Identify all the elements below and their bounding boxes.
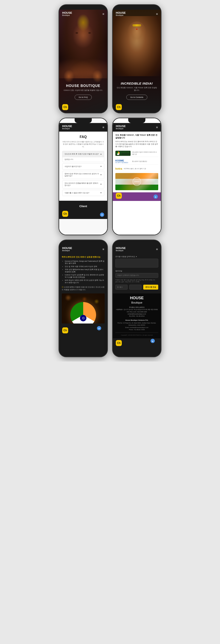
submit-button[interactable]: 문의사항 전송	[143, 285, 158, 290]
phone-5: HOUSE Boutique ≡ 하우스부띠끄의 인도 파트너 상표권 변호사는…	[58, 240, 108, 357]
menu-icon-4[interactable]: ≡	[156, 126, 158, 129]
faq-item-3: 정부수요로 무엇이 있나 CDSCO 로 승인이 가능한가요? ▼	[62, 171, 104, 179]
patent-item-4: 5,000건 이상의 상표등록 및 인도 현대에서의 심판청약 거소를 처리한 …	[65, 274, 105, 278]
faq-q4[interactable]: 인도 바이어가 인증을 해줘야 할 경우 문제가 있나요? ▼	[62, 180, 104, 188]
company-address: 서울특별시 강서구 강서로 78 강서한강자이타워 A동 4층 1018호	[116, 309, 158, 310]
faq-q4-text: 인도 바이어가 인증을 해줘야 할 경우 문제가 있나요?	[64, 182, 100, 186]
partner-kosme: KOSME 중소벤처기업진흥공단 중소벤처기업진흥공단	[115, 159, 158, 164]
faq-item-2: 수입자가 필수인가요? ▼	[62, 163, 104, 170]
captcha-row: 3 + 8 = 문의사항 전송	[115, 285, 158, 290]
ch-badge-4: Ch	[116, 193, 122, 199]
scroll-up-btn-6[interactable]: ▲	[151, 339, 155, 343]
faq-q2-text: 수입자가 필수인가요?	[64, 165, 81, 168]
faq-arrow-3: ▼	[100, 174, 102, 176]
ch-badge-5: Ch	[62, 327, 68, 334]
ventures-email: Email: mumbai@houseboutique.co.kr	[125, 327, 148, 328]
kotra-desc: KOTRA 뉴델리, 첸나이 협력 기관	[124, 168, 146, 170]
company-tel: 070-7011-1131 / 010-4250-3180	[127, 311, 147, 312]
company-email: contact@houseboutique.co.kr	[128, 313, 146, 315]
phone-2: HOUSE Boutique ≡ INCREDIBLE INDIA! 인도 화장…	[112, 4, 162, 113]
copyright-text: Copyright©, HOUSE BOUTIQUE Inc. all righ…	[115, 332, 158, 336]
client-footer: Client ▲ Ch	[59, 201, 107, 219]
faq-title: FAQ	[62, 135, 104, 139]
kotra-logo: kotra	[115, 167, 122, 170]
notch-1	[75, 5, 92, 10]
scroll-up-btn-3[interactable]: ▲	[100, 212, 104, 217]
hero-content-2: INCREDIBLE INDIA! 인도 화장품 'CDSCO', 식품 'FS…	[113, 82, 161, 100]
consulting-title: 인도 화장품 'CDSCO', 식품 'FSSAI' 등록 전문 컨설팅합니다	[115, 134, 158, 139]
logo-6: HOUSE Boutique	[116, 247, 126, 252]
scroll-up-btn-5[interactable]: ▲	[97, 326, 101, 330]
faq-arrow-4: ▼	[100, 183, 102, 185]
menu-icon-5[interactable]: ≡	[102, 248, 104, 251]
contents-button[interactable]: Go to Contents	[126, 95, 148, 100]
consulting-section: 인도 화장품 'CDSCO', 식품 'FSSAI' 등록 전문 컨설팅합니다 …	[113, 132, 161, 192]
phone-1: HOUSE Boutique ≡ HOUSE BOUTIQUE CDSCO 인증…	[58, 4, 108, 113]
ch-badge-2: Ch	[116, 104, 122, 110]
faq-button[interactable]: Go to FAQ	[75, 95, 92, 100]
ch-badge-3: Ch	[62, 211, 68, 217]
menu-icon-3[interactable]: ≡	[102, 126, 104, 129]
hero-title-1: HOUSE BOUTIQUE	[63, 84, 104, 88]
logo-5: HOUSE Boutique	[62, 247, 72, 252]
ventures-info: Plot No. 0-5 Road No. 20, Marol MIDC, An…	[115, 322, 158, 331]
logo-2: HOUSE Boutique	[116, 12, 126, 16]
menu-icon-6[interactable]: ≡	[156, 248, 158, 251]
notch-2	[128, 5, 145, 10]
phone-6: HOUSE Boutique ≡ 문의할 내용을 입력하세요. ▾ 첨부파일 파…	[112, 240, 162, 357]
patent-header: HOUSE Boutique ≡	[59, 245, 107, 254]
header-1: HOUSE Boutique ≡	[59, 10, 107, 18]
consulting-header: HOUSE Boutique ≡	[113, 123, 161, 132]
hero-content-1: HOUSE BOUTIQUE CDSCO 인증, 수입에 대한 질문을 해결해 …	[59, 84, 107, 100]
consulting-footer: ▲ Ch	[113, 192, 161, 201]
kosme-desc: 중소벤처기업진흥공단	[132, 160, 147, 162]
captcha-input[interactable]	[129, 285, 142, 290]
india-image: ⊙	[62, 294, 105, 324]
logo-4: HOUSE Boutique	[116, 125, 126, 130]
faq-q1[interactable]: 인도인과 취득 후 유효기간은 어떻게 되나요? ▲	[62, 151, 104, 157]
faq-arrow-2: ▼	[100, 166, 102, 168]
scroll-up-btn-4[interactable]: ▲	[154, 194, 158, 199]
menu-icon-2[interactable]: ≡	[156, 12, 158, 16]
partner-image: CDSCO	[115, 173, 158, 190]
logo-1: HOUSE Boutique	[62, 12, 72, 16]
faq-q3[interactable]: 정부수요로 무엇이 있나 CDSCO 로 승인이 가능한가요? ▼	[62, 171, 104, 179]
phone-3: HOUSE Boutique ≡ FAQ 저희 하우스부띠끄 인디아를 이용하시…	[58, 118, 108, 235]
attachment-placeholder: 파일이 선택되지 않았습니다.	[115, 273, 158, 278]
hero-subtitle-1: CDSCO 인증, 수입에 대한 질문을 해결해 드립니다.	[63, 89, 104, 92]
contact-section: 문의할 내용을 입력하세요. ▾ 첨부파일 파일이 선택되지 않았습니다. 허용…	[113, 254, 161, 294]
patent-title: 하우스부띠끄의 인도 파트너 상표권 변호사는	[62, 256, 105, 258]
faq-q2[interactable]: 수입자가 필수인가요? ▼	[62, 164, 104, 169]
file-info: 허용된 파일 형식: jpg, jpeg, jpe, gif, png, bmp…	[115, 279, 158, 283]
incredible-india-title: INCREDIBLE INDIA!	[116, 82, 157, 85]
faq-item-5: 식품수출 시 필요서류가 있나요? ▼	[62, 190, 104, 196]
faq-header: HOUSE Boutique ≡	[59, 123, 107, 132]
cta-highlight: ◎	[62, 286, 64, 288]
kosme-logo: KOSME	[115, 160, 130, 162]
faq-arrow-5: ▼	[100, 192, 102, 194]
ch-badge-1: Ch	[62, 104, 68, 110]
captcha-display: 3 + 8 =	[115, 285, 128, 290]
company-name: 주식회사 하우스부띠끄	[129, 306, 145, 308]
menu-icon-1[interactable]: ≡	[102, 12, 104, 16]
faq-a1: 답변입니다.	[62, 157, 104, 162]
gov-emblem: 중소벤처기업부	[115, 151, 131, 156]
client-label: Client	[62, 203, 104, 210]
footer-logo: HOUSE Boutique	[115, 296, 158, 304]
gov-name: 중소벤처기업부	[120, 151, 129, 155]
patent-item-3: 국제 상표 협회(INTA-New York)의 등록 위원 및 변시 위원회의…	[65, 268, 105, 273]
partner-gov: 중소벤처기업부 중소벤처기업부 CDSCO 해외규격 수행기관	[115, 150, 158, 157]
faq-description: 저희 하우스부띠끄 인디아를 이용하시는 고객분들이 가장 많이 질문하는 사항…	[62, 140, 104, 148]
ventures-name: House Boutique Ventures Pvt.	[115, 319, 158, 321]
faq-arrow-1: ▲	[100, 153, 102, 155]
cdsco-circle: CDSCO	[133, 177, 141, 186]
ashoka-chakra: ⊙	[80, 315, 86, 321]
notch-6	[128, 240, 145, 245]
patent-section: 하우스부띠끄의 인도 파트너 상표권 변호사는 General of Paten…	[59, 254, 107, 326]
faq-q5[interactable]: 식품수출 시 필요서류가 있나요? ▼	[62, 190, 104, 196]
india-subtitle: 인도 화장품 'CDSCO', 식품 'FSSAI' 등록 전문 컨설팅 합니다…	[116, 86, 157, 92]
notch-5	[75, 240, 92, 245]
inquiry-textarea[interactable]	[115, 259, 158, 268]
footer-section: HOUSE Boutique 주식회사 하우스부띠끄 서울특별시 강서구 강서로…	[113, 294, 161, 338]
logo-3: HOUSE Boutique	[62, 125, 72, 130]
